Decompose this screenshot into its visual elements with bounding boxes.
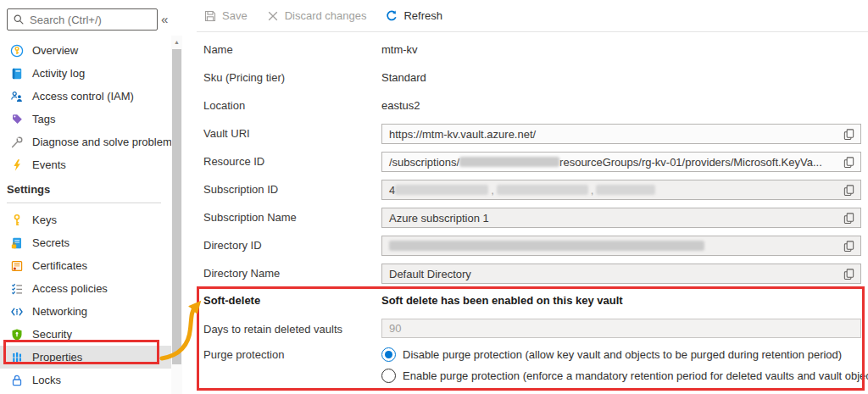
redacted-directory-guid xyxy=(389,241,704,251)
copy-icon[interactable] xyxy=(843,268,855,280)
subscription-name-value: Azure subscription 1 xyxy=(389,212,489,225)
retention-days-input[interactable]: 90 xyxy=(381,319,861,338)
refresh-icon xyxy=(385,9,398,23)
sidebar-item-label: Secrets xyxy=(32,236,70,249)
soft-delete-label: Soft-delete xyxy=(203,294,377,307)
search-input[interactable] xyxy=(30,14,152,26)
sidebar-item-diagnose[interactable]: Diagnose and solve problems xyxy=(0,130,171,153)
scrollbar-thumb[interactable] xyxy=(172,49,181,364)
copy-icon[interactable] xyxy=(843,156,855,169)
networking-icon xyxy=(10,305,24,319)
copy-icon[interactable] xyxy=(843,184,855,197)
retention-days-value: 90 xyxy=(389,322,401,335)
collapse-sidebar-icon[interactable]: « xyxy=(161,12,168,26)
vault-uri-value: https://mtm-kv.vault.azure.net/ xyxy=(389,128,536,141)
copy-icon[interactable] xyxy=(843,128,855,141)
redaction-separator: , xyxy=(591,184,594,197)
subscription-id-label: Subscription ID xyxy=(203,183,377,196)
subscription-id-field: 4 , , xyxy=(381,180,861,200)
sidebar-item-security[interactable]: Security xyxy=(0,323,171,346)
purge-disable-option[interactable]: Disable purge protection (allow key vaul… xyxy=(381,346,842,363)
tag-icon xyxy=(10,113,24,126)
shield-icon xyxy=(10,328,24,341)
scroll-up-icon[interactable]: ▲ xyxy=(171,36,182,48)
sidebar-item-properties[interactable]: Properties xyxy=(0,346,171,369)
discard-changes-label: Discard changes xyxy=(285,9,367,22)
activity-log-icon xyxy=(10,67,24,80)
overview-icon xyxy=(10,44,24,58)
sidebar-item-networking[interactable]: Networking xyxy=(0,300,171,323)
settings-section-header: Settings xyxy=(0,176,171,199)
checklist-icon xyxy=(10,282,24,296)
sidebar-item-label: Events xyxy=(32,158,66,171)
save-icon xyxy=(203,9,217,23)
toolbar: Save Discard changes Refresh xyxy=(197,0,868,32)
sidebar-scrollbar[interactable]: ▲ xyxy=(171,36,182,394)
save-button[interactable]: Save xyxy=(203,9,248,23)
search-box[interactable] xyxy=(7,8,158,31)
sidebar-item-keys[interactable]: Keys xyxy=(0,208,171,231)
redacted-subscription-guid xyxy=(459,157,559,167)
purge-enable-option[interactable]: Enable purge protection (enforce a manda… xyxy=(381,367,868,384)
radio-unselected-icon[interactable] xyxy=(381,369,396,383)
sidebar-item-label: Access policies xyxy=(32,282,108,295)
redacted-value xyxy=(497,185,588,195)
redacted-value xyxy=(395,185,488,195)
sidebar-nav: Overview Activity log Access control (IA… xyxy=(0,39,171,391)
refresh-button[interactable]: Refresh xyxy=(385,9,442,23)
close-icon xyxy=(266,9,280,23)
sku-label: Sku (Pricing tier) xyxy=(203,71,377,84)
purge-disable-label: Disable purge protection (allow key vaul… xyxy=(403,348,842,361)
directory-name-label: Directory Name xyxy=(203,267,377,280)
copy-icon[interactable] xyxy=(843,240,855,252)
sidebar-item-certificates[interactable]: Certificates xyxy=(0,254,171,277)
directory-id-field xyxy=(381,236,861,256)
sidebar-item-overview[interactable]: Overview xyxy=(0,39,171,62)
sku-value: Standard xyxy=(381,71,426,84)
sidebar-item-label: Properties xyxy=(32,351,82,363)
properties-icon xyxy=(10,351,24,364)
lightning-icon xyxy=(10,158,24,172)
refresh-label: Refresh xyxy=(403,9,442,22)
wrench-icon xyxy=(10,136,24,149)
copy-icon[interactable] xyxy=(843,212,855,225)
redaction-separator: , xyxy=(491,184,494,197)
subscription-name-field: Azure subscription 1 xyxy=(381,208,861,228)
subscription-id-prefix: 4 xyxy=(389,184,395,197)
radio-selected-icon[interactable] xyxy=(381,347,396,362)
sidebar-item-label: Security xyxy=(32,328,72,341)
vault-uri-field: https://mtm-kv.vault.azure.net/ xyxy=(381,124,861,144)
location-value: eastus2 xyxy=(381,99,420,112)
main-content: Save Discard changes Refresh Name mtm-kv… xyxy=(197,0,868,394)
sidebar-item-tags[interactable]: Tags xyxy=(0,108,171,130)
sidebar-item-label: Overview xyxy=(32,44,78,57)
resource-id-field: /subscriptions/ resourceGroups/rg-kv-01/… xyxy=(381,152,861,172)
sidebar-item-locks[interactable]: Locks xyxy=(0,369,171,391)
discard-changes-button[interactable]: Discard changes xyxy=(266,9,367,23)
sidebar-item-label: Locks xyxy=(32,374,61,386)
purge-protection-label: Purge protection xyxy=(203,348,377,361)
directory-id-label: Directory ID xyxy=(203,239,377,252)
redacted-value xyxy=(596,185,655,195)
directory-name-field: Default Directory xyxy=(381,264,861,284)
sidebar-item-access-policies[interactable]: Access policies xyxy=(0,277,171,300)
access-control-icon xyxy=(10,90,24,103)
lock-icon xyxy=(10,374,24,387)
sidebar-item-secrets[interactable]: Secrets xyxy=(0,231,171,254)
resource-id-suffix: resourceGroups/rg-kv-01/providers/Micros… xyxy=(559,156,822,169)
settings-divider xyxy=(7,203,161,203)
sidebar-item-label: Tags xyxy=(32,113,55,125)
directory-name-value: Default Directory xyxy=(389,268,471,280)
sidebar-item-label: Keys xyxy=(32,214,57,226)
key-icon xyxy=(10,214,24,227)
sidebar-item-access-control[interactable]: Access control (IAM) xyxy=(0,85,171,108)
azure-key-vault-properties-page: « Overview Activity log Access control (… xyxy=(0,0,868,394)
location-label: Location xyxy=(203,99,377,112)
sidebar-item-label: Networking xyxy=(32,305,87,318)
name-label: Name xyxy=(203,43,377,56)
sidebar-item-events[interactable]: Events xyxy=(0,153,171,176)
resource-id-label: Resource ID xyxy=(203,155,377,168)
sidebar-item-activity-log[interactable]: Activity log xyxy=(0,62,171,85)
sidebar-item-label: Access control (IAM) xyxy=(32,90,134,103)
sidebar-item-label: Certificates xyxy=(32,259,87,272)
